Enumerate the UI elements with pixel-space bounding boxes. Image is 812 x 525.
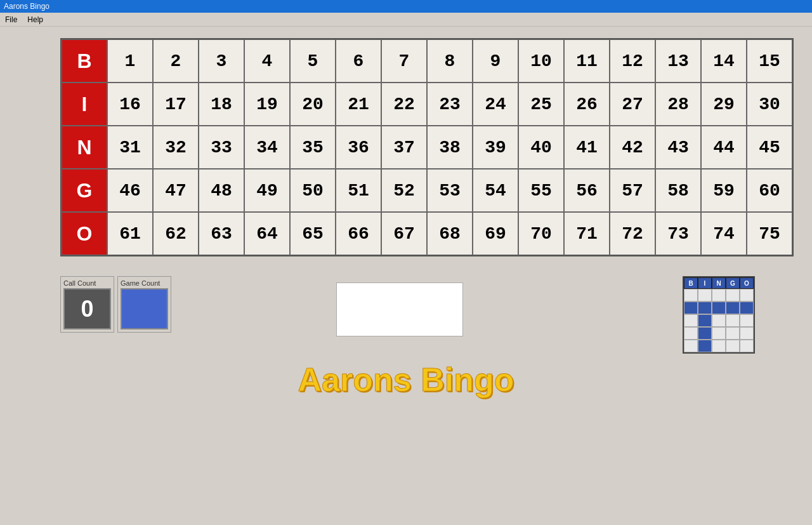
mini-cell-2-1[interactable] [684, 302, 698, 314]
bingo-cell-33[interactable]: 33 [199, 126, 244, 169]
bingo-cell-24[interactable]: 24 [473, 83, 518, 126]
bingo-cell-26[interactable]: 26 [564, 83, 610, 126]
mini-cell-1-5[interactable] [740, 289, 754, 302]
mini-cell-4-3[interactable] [712, 327, 726, 340]
bingo-cell-15[interactable]: 15 [747, 39, 792, 83]
bingo-cell-25[interactable]: 25 [518, 83, 564, 126]
bingo-cell-73[interactable]: 73 [655, 212, 701, 255]
bingo-cell-41[interactable]: 41 [564, 126, 610, 169]
bingo-cell-23[interactable]: 23 [427, 83, 473, 126]
bingo-cell-62[interactable]: 62 [153, 212, 199, 255]
bingo-cell-17[interactable]: 17 [153, 83, 199, 126]
bingo-cell-60[interactable]: 60 [747, 169, 792, 212]
bingo-cell-67[interactable]: 67 [381, 212, 427, 255]
bingo-cell-46[interactable]: 46 [107, 169, 153, 212]
bingo-cell-42[interactable]: 42 [610, 126, 655, 169]
bingo-cell-58[interactable]: 58 [655, 169, 701, 212]
mini-cell-3-5[interactable] [740, 314, 754, 327]
bingo-cell-27[interactable]: 27 [610, 83, 655, 126]
mini-cell-2-3[interactable] [712, 302, 726, 314]
bingo-cell-37[interactable]: 37 [381, 126, 427, 169]
bingo-cell-38[interactable]: 38 [427, 126, 473, 169]
mini-cell-2-4[interactable] [726, 302, 740, 314]
bingo-cell-36[interactable]: 36 [336, 126, 381, 169]
bingo-cell-14[interactable]: 14 [701, 39, 747, 83]
menu-help[interactable]: Help [27, 15, 43, 24]
mini-cell-1-2[interactable] [698, 289, 712, 302]
bingo-cell-21[interactable]: 21 [336, 83, 381, 126]
bingo-cell-16[interactable]: 16 [107, 83, 153, 126]
mini-cell-5-5[interactable] [740, 340, 754, 352]
bingo-cell-54[interactable]: 54 [473, 169, 518, 212]
bingo-cell-3[interactable]: 3 [199, 39, 244, 83]
bingo-cell-53[interactable]: 53 [427, 169, 473, 212]
bingo-cell-2[interactable]: 2 [153, 39, 199, 83]
bingo-cell-4[interactable]: 4 [244, 39, 290, 83]
bingo-cell-31[interactable]: 31 [107, 126, 153, 169]
bingo-cell-47[interactable]: 47 [153, 169, 199, 212]
bingo-cell-13[interactable]: 13 [655, 39, 701, 83]
mini-cell-5-4[interactable] [726, 340, 740, 352]
bingo-cell-69[interactable]: 69 [473, 212, 518, 255]
mini-cell-3-1[interactable] [684, 314, 698, 327]
bingo-cell-11[interactable]: 11 [564, 39, 610, 83]
mini-cell-4-4[interactable] [726, 327, 740, 340]
bingo-cell-5[interactable]: 5 [290, 39, 336, 83]
bingo-cell-22[interactable]: 22 [381, 83, 427, 126]
mini-cell-5-3[interactable] [712, 340, 726, 352]
bingo-cell-75[interactable]: 75 [747, 212, 792, 255]
bingo-cell-19[interactable]: 19 [244, 83, 290, 126]
bingo-cell-51[interactable]: 51 [336, 169, 381, 212]
bingo-cell-28[interactable]: 28 [655, 83, 701, 126]
bingo-cell-56[interactable]: 56 [564, 169, 610, 212]
bingo-cell-68[interactable]: 68 [427, 212, 473, 255]
bingo-cell-72[interactable]: 72 [610, 212, 655, 255]
bingo-cell-45[interactable]: 45 [747, 126, 792, 169]
mini-cell-3-2[interactable] [698, 314, 712, 327]
bingo-cell-10[interactable]: 10 [518, 39, 564, 83]
menu-file[interactable]: File [5, 15, 17, 24]
mini-cell-4-2[interactable] [698, 327, 712, 340]
bingo-cell-8[interactable]: 8 [427, 39, 473, 83]
bingo-cell-70[interactable]: 70 [518, 212, 564, 255]
bingo-cell-29[interactable]: 29 [701, 83, 747, 126]
bingo-cell-63[interactable]: 63 [199, 212, 244, 255]
mini-cell-5-2[interactable] [698, 340, 712, 352]
bingo-cell-39[interactable]: 39 [473, 126, 518, 169]
bingo-cell-32[interactable]: 32 [153, 126, 199, 169]
bingo-cell-43[interactable]: 43 [655, 126, 701, 169]
bingo-cell-34[interactable]: 34 [244, 126, 290, 169]
mini-cell-1-1[interactable] [684, 289, 698, 302]
mini-cell-3-3[interactable] [712, 314, 726, 327]
bingo-cell-18[interactable]: 18 [199, 83, 244, 126]
bingo-cell-55[interactable]: 55 [518, 169, 564, 212]
bingo-cell-48[interactable]: 48 [199, 169, 244, 212]
bingo-cell-7[interactable]: 7 [381, 39, 427, 83]
bingo-cell-12[interactable]: 12 [610, 39, 655, 83]
bingo-cell-71[interactable]: 71 [564, 212, 610, 255]
bingo-cell-40[interactable]: 40 [518, 126, 564, 169]
bingo-cell-20[interactable]: 20 [290, 83, 336, 126]
bingo-cell-52[interactable]: 52 [381, 169, 427, 212]
mini-cell-3-4[interactable] [726, 314, 740, 327]
bingo-cell-9[interactable]: 9 [473, 39, 518, 83]
bingo-cell-35[interactable]: 35 [290, 126, 336, 169]
bingo-cell-50[interactable]: 50 [290, 169, 336, 212]
bingo-cell-6[interactable]: 6 [336, 39, 381, 83]
mini-cell-2-5[interactable] [740, 302, 754, 314]
mini-cell-1-4[interactable] [726, 289, 740, 302]
bingo-cell-49[interactable]: 49 [244, 169, 290, 212]
bingo-cell-59[interactable]: 59 [701, 169, 747, 212]
mini-cell-5-1[interactable] [684, 340, 698, 352]
bingo-cell-57[interactable]: 57 [610, 169, 655, 212]
bingo-cell-61[interactable]: 61 [107, 212, 153, 255]
bingo-cell-66[interactable]: 66 [336, 212, 381, 255]
mini-cell-4-1[interactable] [684, 327, 698, 340]
bingo-cell-65[interactable]: 65 [290, 212, 336, 255]
mini-cell-4-5[interactable] [740, 327, 754, 340]
bingo-cell-64[interactable]: 64 [244, 212, 290, 255]
bingo-cell-74[interactable]: 74 [701, 212, 747, 255]
bingo-cell-44[interactable]: 44 [701, 126, 747, 169]
bingo-cell-1[interactable]: 1 [107, 39, 153, 83]
bingo-cell-30[interactable]: 30 [747, 83, 792, 126]
